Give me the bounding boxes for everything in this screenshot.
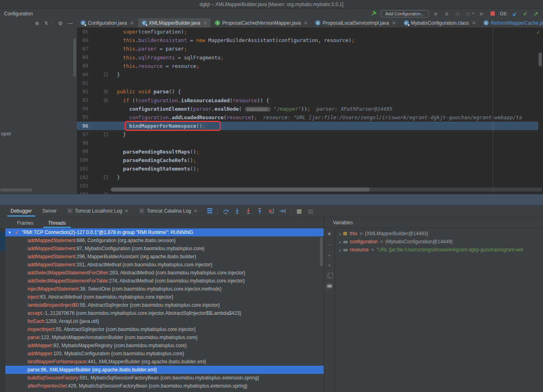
close-icon[interactable]: ✕ [303,20,308,26]
inspection-ok-icon[interactable]: ✓ [537,29,540,35]
code-line[interactable]: 89 this.resource = resource; [77,62,543,70]
code-line[interactable]: 101 parsePendingStatements(); [77,164,543,173]
chevron-down-icon[interactable]: ▼ [8,230,12,235]
tab-frames[interactable]: Frames [11,218,39,228]
code-line[interactable]: 94 configurationElement(parser.evalNode(… [77,105,543,113]
editor-horizontal-scrollbar[interactable] [111,188,542,192]
stack-frame-row[interactable]: addSelectMappedStatementForTable:274, Ab… [5,277,324,285]
run-secondary-icon[interactable]: ▶ [479,11,485,17]
chevron-right-icon[interactable]: › [339,239,341,245]
fold-marker-icon[interactable]: − [104,99,108,102]
code-line[interactable]: 98 [77,139,543,147]
stack-frame-row[interactable]: addMappedStatement:686, Configuration {o… [5,236,324,244]
stack-frame-row[interactable]: parse:122, MybatisMapperAnnotationBuilde… [5,333,324,341]
collapse-all-icon[interactable]: ⇅ [44,21,48,26]
line-number[interactable]: 100 [77,157,88,163]
thread-row[interactable]: ▼✓"RMI TCP Connection(2)-127.0.0.1"@1,87… [5,228,324,236]
stack-frame-row[interactable]: addMappedStatement:87, MybatisConfigurat… [5,244,324,253]
stack-frame-row[interactable]: addMapper:103, MybatisConfiguration {com… [5,350,324,358]
locate-icon[interactable]: ⊕ [35,20,39,26]
stop-button[interactable] [489,11,496,17]
git-push-icon[interactable]: ↗ [532,11,539,17]
stack-frame-row[interactable]: accept:-1, 212870676 {com.baomidou.mybat… [5,309,324,317]
fold-marker-icon[interactable]: + [104,193,108,194]
close-icon[interactable]: ✕ [125,208,129,214]
debug-tab-server[interactable]: Server [38,205,62,217]
line-number[interactable]: 99 [77,149,88,154]
line-number[interactable]: 101 [77,166,88,172]
debug-stripe-button[interactable] [0,232,5,251]
drop-frame-icon[interactable] [268,208,274,214]
code-line[interactable]: 88 this.sqlFragments = sqlFragments; [77,53,543,62]
tab-threads[interactable]: Threads [42,218,72,228]
code-line[interactable]: 93− if (!configuration.isResourceLoaded(… [77,96,543,105]
project-vertical-scrollbar[interactable] [73,38,76,77]
close-icon[interactable]: ✕ [392,20,396,26]
line-number[interactable]: 92 [77,89,88,95]
code-line[interactable]: 97 } [77,130,543,139]
stack-frame-row[interactable]: injectMappedStatement:38, SelectOne {com… [5,285,324,293]
line-number[interactable]: 104 [77,192,88,194]
editor-vertical-scrollbar[interactable] [539,53,542,66]
add-configuration-button[interactable]: Add Configuration... [381,10,429,17]
chevron-right-icon[interactable]: › [339,247,341,253]
fold-marker-icon[interactable]: − [104,90,108,93]
git-commit-icon[interactable]: ✓ [522,11,528,17]
code-line[interactable]: 85 super(configuration); [77,27,543,36]
editor-tab[interactable]: CMybatisConfiguration.class✕ [400,18,480,27]
debug-tab-tomcat-catalina-log[interactable]: >Tomcat Catalina Log✕ [134,205,202,217]
close-icon[interactable]: ✕ [193,208,197,214]
settings-gear-icon[interactable]: ⚙ [58,20,63,26]
project-horizontal-scrollbar[interactable] [0,188,32,192]
line-number[interactable]: 94 [77,106,88,112]
line-number[interactable]: 97 [77,132,88,137]
line-number[interactable]: 87 [77,46,88,52]
line-number[interactable]: 103 [77,183,88,189]
line-number[interactable]: 85 [77,29,88,35]
code-line[interactable]: 102 } [77,173,543,181]
restore-layout-icon[interactable]: ▤ [307,208,314,214]
code-line[interactable]: 90 } [77,70,543,79]
stack-frame-row[interactable]: buildSqlSessionFactory:591, MybatisSqlSe… [5,374,324,382]
step-over-icon[interactable] [223,208,229,214]
stack-frame-row[interactable]: inspectInject:55, AbstractSqlInjector {c… [5,325,324,333]
close-icon[interactable]: ✕ [472,20,476,26]
run-to-cursor-icon[interactable] [279,208,286,214]
stack-frame-row[interactable]: afterPropertiesSet:429, MybatisSqlSessio… [5,382,324,390]
coverage-icon[interactable]: ◎ [454,11,460,17]
line-number[interactable]: 102 [77,175,88,180]
step-out-icon[interactable] [257,208,263,214]
code-line[interactable]: 92− public void parse() { [77,87,543,96]
stack-frame-row[interactable]: addMapper:82, MybatisMapperRegistry {com… [5,341,324,350]
fold-marker-icon[interactable] [104,175,108,179]
code-line[interactable]: 96 bindMapperForNamespace(); [77,122,538,130]
code-editor[interactable]: 85 super(configuration);86 this.builderA… [77,27,543,194]
force-step-into-icon[interactable] [245,208,252,214]
stack-frame-row[interactable]: forEach:1259, ArrayList {java.util} [5,317,324,325]
variable-row[interactable]: ›ooconfiguration = {MybatisConfiguration… [335,238,543,246]
git-update-icon[interactable]: ↙ [511,11,518,17]
stack-frame-row[interactable]: addMappedStatement:296, MapperBuilderAss… [5,253,324,261]
code-line[interactable]: 91 [77,79,543,87]
line-number[interactable]: 88 [77,55,88,60]
close-icon[interactable]: ✕ [130,20,134,26]
close-icon[interactable]: ✕ [203,20,207,26]
line-number[interactable]: 93 [77,97,88,103]
move-up-icon[interactable]: ▲ [326,252,333,258]
editor-tab[interactable]: IProposalCachedVersionMapper.java✕ [211,18,312,27]
line-number[interactable]: 86 [77,38,88,43]
chevron-right-icon[interactable]: › [339,231,341,237]
line-number[interactable]: 89 [77,63,88,69]
line-number[interactable]: 95 [77,114,88,120]
show-watches-icon[interactable]: oo [326,283,333,289]
editor-tab[interactable]: CXMLMapperBuilder.java✕ [138,18,211,27]
stack-frame-row[interactable]: lambda$inspectInject$0:55, AbstractSqlIn… [5,301,324,309]
fold-marker-icon[interactable] [104,133,108,136]
line-number[interactable]: 96 [77,123,88,129]
code-line[interactable]: 86 this.builderAssistant = new MapperBui… [77,36,543,44]
editor-tab[interactable]: CProposalLocalServiceImpl.java✕ [312,18,400,27]
evaluate-expression-icon[interactable]: ▦ [296,208,302,214]
code-line[interactable]: 99 parsePendingResultMaps(); [77,148,543,156]
stack-frame-row[interactable]: addSelectMappedStatementForOther:283, Ab… [5,269,324,277]
code-line[interactable]: 95 configuration.addLoadedResource(resou… [77,113,543,122]
